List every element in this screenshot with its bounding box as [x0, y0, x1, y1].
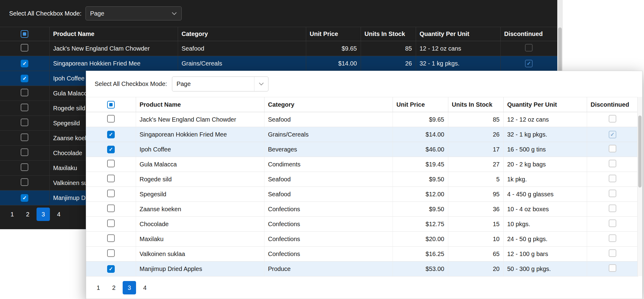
cell-category: Confections [264, 202, 393, 217]
column-header-unit-price[interactable]: Unit Price [306, 27, 361, 41]
table-row[interactable]: ✓Singaporean Hokkien Fried MeeGrains/Cer… [86, 127, 638, 142]
cell-units-in-stock: 15 [448, 217, 503, 232]
table-row[interactable]: ChocoladeConfections$12.751510 pkgs. [86, 217, 638, 232]
cell-category: Condiments [264, 157, 393, 172]
row-checkbox[interactable] [21, 104, 28, 111]
column-header-quantity-per-unit[interactable]: Quantity Per Unit [503, 97, 587, 112]
row-checkbox[interactable] [107, 249, 115, 257]
row-checkbox[interactable] [21, 133, 28, 141]
cell-units-in-stock: 65 [448, 247, 503, 262]
column-header-category[interactable]: Category [178, 27, 306, 41]
table-row[interactable]: Gula MalaccaCondiments$19.452720 - 2 kg … [86, 157, 638, 172]
cell-units-in-stock: 5 [448, 172, 503, 187]
row-select-cell [0, 86, 49, 101]
row-checkbox[interactable]: ✓ [107, 265, 115, 273]
select-all-mode-dropdown[interactable]: Page [172, 77, 268, 91]
cell-category: Seafood [264, 172, 393, 187]
cell-category: Seafood [178, 41, 306, 56]
cell-product-name: Zaanse koeken [136, 202, 264, 217]
cell-unit-price: $12.75 [393, 217, 448, 232]
chevron-down-icon [172, 10, 177, 15]
cell-units-in-stock: 17 [448, 142, 503, 157]
dropdown-value: Page [86, 10, 104, 17]
column-header-category[interactable]: Category [264, 97, 393, 112]
chevron-down-icon [259, 81, 264, 86]
dropdown-chevron-button[interactable] [254, 77, 268, 91]
row-checkbox[interactable] [107, 115, 115, 123]
discontinued-checkbox [609, 190, 616, 197]
column-header-units-in-stock[interactable]: Units In Stock [361, 27, 416, 41]
row-select-cell [86, 202, 136, 217]
cell-product-name: Singaporean Hokkien Fried Mee [49, 56, 178, 71]
column-header-units-in-stock[interactable]: Units In Stock [448, 97, 503, 112]
cell-quantity-per-unit: 10 - 4 oz boxes [503, 202, 587, 217]
select-all-checkbox[interactable] [21, 30, 28, 38]
cell-product-name: Manjimup Dried Apples [136, 262, 264, 276]
column-header-product-name[interactable]: Product Name [136, 97, 264, 112]
toolbar: Select All Checkbox Mode: Page [86, 71, 642, 97]
cell-category: Seafood [264, 187, 393, 202]
row-select-cell: ✓ [86, 262, 136, 276]
row-checkbox[interactable] [21, 44, 28, 52]
table-row[interactable]: ✓Singaporean Hokkien Fried MeeGrains/Cer… [0, 56, 557, 71]
row-checkbox[interactable]: ✓ [21, 60, 28, 67]
select-all-checkbox[interactable] [107, 101, 115, 109]
pager-page-2[interactable]: 2 [21, 208, 34, 221]
table-row[interactable]: ✓Manjimup Dried ApplesProduce$53.002050 … [86, 262, 638, 276]
column-header-quantity-per-unit[interactable]: Quantity Per Unit [416, 27, 500, 41]
row-checkbox[interactable] [21, 119, 28, 126]
pager-page-3[interactable]: 3 [37, 208, 50, 221]
cell-category: Confections [264, 247, 393, 262]
table-row[interactable]: Jack's New England Clam ChowderSeafood$9… [0, 41, 557, 56]
pager-page-4[interactable]: 4 [138, 281, 152, 294]
row-checkbox[interactable]: ✓ [107, 146, 115, 153]
row-checkbox[interactable] [107, 219, 115, 227]
table-row[interactable]: Valkoinen suklaaConfections$16.256512 - … [86, 247, 638, 262]
pager-page-1[interactable]: 1 [92, 281, 105, 294]
row-select-cell: ✓ [86, 142, 136, 157]
row-checkbox[interactable] [21, 148, 28, 156]
row-checkbox[interactable] [21, 178, 28, 186]
cell-discontinued: ✓ [500, 56, 557, 71]
row-select-cell [86, 157, 136, 172]
column-header-product-name[interactable]: Product Name [49, 27, 178, 41]
foreground-grid-window-light: Select All Checkbox Mode: Page Product N… [86, 71, 642, 299]
table-row[interactable]: Zaanse koekenConfections$9.503610 - 4 oz… [86, 202, 638, 217]
scrollbar-thumb[interactable] [638, 116, 642, 187]
cell-quantity-per-unit: 50 - 300 g pkgs. [503, 262, 587, 276]
cell-discontinued [587, 172, 638, 187]
select-all-header-cell [0, 27, 49, 41]
pager-page-2[interactable]: 2 [107, 281, 121, 294]
column-header-discontinued[interactable]: Discontinued [587, 97, 638, 112]
dropdown-chevron-button[interactable] [167, 7, 181, 20]
cell-discontinued [587, 157, 638, 172]
row-checkbox[interactable] [21, 89, 28, 96]
discontinued-checkbox [609, 264, 616, 272]
select-all-header-cell [86, 97, 136, 112]
cell-unit-price: $53.00 [393, 262, 448, 276]
table-row[interactable]: ✓Ipoh CoffeeBeverages$46.001716 - 500 g … [86, 142, 638, 157]
column-header-discontinued[interactable]: Discontinued [500, 27, 557, 41]
row-checkbox[interactable]: ✓ [21, 75, 28, 82]
row-checkbox[interactable] [107, 175, 115, 182]
row-checkbox[interactable] [107, 190, 115, 197]
row-checkbox[interactable] [107, 160, 115, 167]
table-row[interactable]: Jack's New England Clam ChowderSeafood$9… [86, 112, 638, 127]
vertical-scrollbar[interactable] [637, 97, 642, 276]
row-checkbox[interactable]: ✓ [21, 194, 28, 202]
table-row[interactable]: Rogede sildSeafood$9.5051k pkg. [86, 172, 638, 187]
row-checkbox[interactable] [107, 205, 115, 212]
select-all-mode-dropdown[interactable]: Page [86, 6, 182, 20]
pager-page-4[interactable]: 4 [52, 208, 65, 221]
cell-product-name: Jack's New England Clam Chowder [49, 41, 178, 56]
cell-discontinued [587, 262, 638, 276]
column-header-unit-price[interactable]: Unit Price [393, 97, 448, 112]
pager-page-1[interactable]: 1 [5, 208, 19, 221]
row-checkbox[interactable] [21, 163, 28, 171]
cell-category: Confections [264, 232, 393, 247]
pager-page-3[interactable]: 3 [123, 281, 136, 294]
table-row[interactable]: SpegesildSeafood$12.00954 - 450 g glasse… [86, 187, 638, 202]
row-checkbox[interactable] [107, 234, 115, 242]
table-row[interactable]: MaxilakuConfections$20.001024 - 50 g pkg… [86, 232, 638, 247]
row-checkbox[interactable]: ✓ [107, 131, 115, 138]
